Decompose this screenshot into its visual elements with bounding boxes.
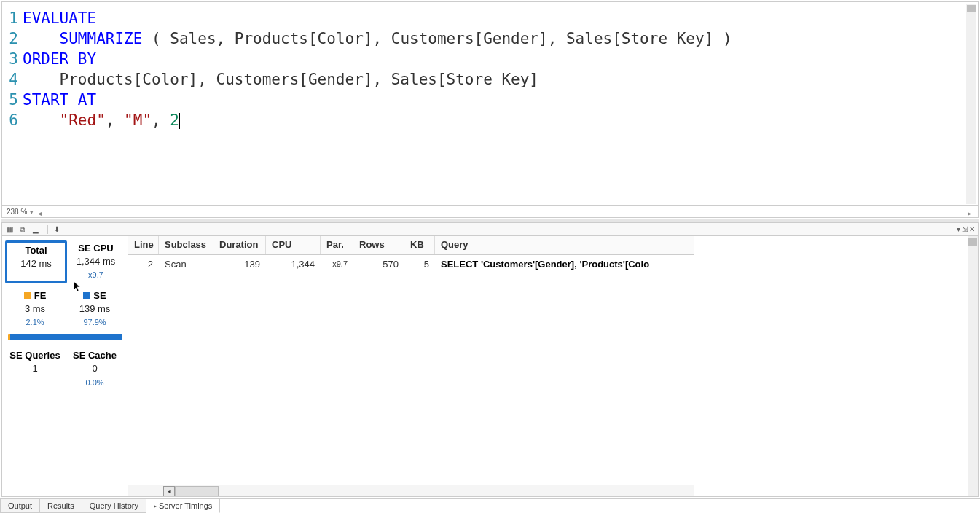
line-number: 2 [2, 28, 23, 49]
code-line[interactable]: 3ORDER BY [2, 49, 978, 69]
cell-kb: 5 [404, 257, 435, 271]
hscroll-left-icon[interactable]: ◂ [38, 209, 44, 215]
scroll-thumb[interactable] [968, 238, 977, 246]
fe-legend-icon [24, 292, 31, 299]
line-number: 4 [2, 69, 23, 90]
grid-hscrollbar[interactable]: ◂ ▸ [128, 485, 694, 496]
col-subclass[interactable]: Subclass [159, 236, 213, 254]
cell-line: 2 [128, 257, 159, 271]
stat-se-queries: SE Queries 1 [5, 348, 65, 391]
col-kb[interactable]: KB [404, 236, 435, 254]
stat-se-cpu: SE CPU 1,344 ms x9.7 [67, 240, 125, 283]
server-timings-pane: ▦ ⧉ ▁ ⬇ ▾ ⇲ ✕ Total 142 ms SE CPU 1,344 … [1, 222, 979, 497]
code-line[interactable]: 6 "Red", "M", 2 [2, 110, 978, 130]
col-cpu[interactable]: CPU [266, 236, 321, 254]
pin-icon[interactable]: ⇲ [962, 225, 968, 233]
code-content[interactable]: Products[Color], Customers[Gender], Sale… [23, 69, 538, 90]
cell-cpu: 1,344 [266, 257, 321, 271]
code-line[interactable]: 2 SUMMARIZE ( Sales, Products[Color], Cu… [2, 28, 978, 49]
code-content[interactable]: ORDER BY [23, 49, 96, 69]
fe-se-progress-bar [8, 334, 122, 340]
zoom-level[interactable]: 238 % [7, 208, 27, 216]
hscroll-right-icon[interactable]: ▸ [968, 209, 973, 215]
detail-vscrollbar[interactable] [968, 236, 978, 496]
code-line[interactable]: 1EVALUATE [2, 8, 978, 28]
timings-toolbar: ▦ ⧉ ▁ ⬇ ▾ ⇲ ✕ [2, 223, 978, 236]
code-content[interactable]: START AT [23, 90, 96, 110]
cell-q: SELECT 'Customers'[Gender], 'Products'[C… [435, 257, 694, 271]
cell-rows: 570 [353, 257, 404, 271]
tab-results[interactable]: Results [39, 499, 82, 513]
se-progress-fill [10, 334, 122, 340]
editor-vscrollbar[interactable] [966, 4, 976, 204]
toolbar-icon-2[interactable]: ⧉ [20, 225, 28, 234]
stat-se-cache: SE Cache 0 0.0% [65, 348, 125, 391]
close-panel-icon[interactable]: ✕ [969, 225, 975, 233]
cell-par: x9.7 [321, 258, 353, 270]
line-number: 1 [2, 8, 23, 28]
line-number: 6 [2, 110, 23, 130]
query-grid: Line Subclass Duration CPU Par. Rows KB … [128, 236, 694, 496]
code-editor[interactable]: 1EVALUATE2 SUMMARIZE ( Sales, Products[C… [2, 2, 978, 205]
bottom-tabs: Output Results Query History ▸ Server Ti… [0, 498, 980, 513]
toolbar-icon-1[interactable]: ▦ [7, 225, 15, 234]
code-content[interactable]: EVALUATE [23, 8, 96, 28]
timing-stats: Total 142 ms SE CPU 1,344 ms x9.7 FE 3 m… [2, 236, 128, 496]
hscroll-thumb[interactable] [175, 486, 219, 496]
line-number: 3 [2, 49, 23, 69]
stat-total: Total 142 ms [5, 240, 67, 283]
col-rows[interactable]: Rows [353, 236, 404, 254]
tab-query-history[interactable]: Query History [82, 499, 146, 513]
code-editor-pane: 1EVALUATE2 SUMMARIZE ( Sales, Products[C… [1, 1, 979, 218]
code-content[interactable]: SUMMARIZE ( Sales, Products[Color], Cust… [23, 28, 732, 49]
query-detail-pane [694, 236, 978, 496]
col-line[interactable]: Line [128, 236, 159, 254]
col-duration[interactable]: Duration [213, 236, 266, 254]
line-number: 5 [2, 90, 23, 110]
panel-menu-icon[interactable]: ▾ [957, 225, 960, 233]
tab-output[interactable]: Output [0, 499, 40, 513]
active-tab-icon: ▸ [154, 503, 157, 509]
col-query[interactable]: Query [435, 236, 694, 254]
editor-zoom-bar: 238 % ▾ ◂ ▸ [2, 205, 978, 217]
code-line[interactable]: 5START AT [2, 90, 978, 110]
cell-sub: Scan [159, 257, 213, 271]
download-icon[interactable]: ⬇ [54, 225, 63, 234]
se-legend-icon [83, 292, 90, 299]
cell-dur: 139 [213, 257, 266, 271]
toolbar-separator [47, 225, 48, 234]
scroll-thumb[interactable] [967, 5, 976, 12]
toolbar-icon-3[interactable]: ▁ [33, 225, 42, 234]
zoom-dropdown-icon[interactable]: ▾ [30, 208, 34, 216]
text-cursor [179, 113, 180, 129]
code-content[interactable]: "Red", "M", 2 [23, 110, 180, 130]
table-row[interactable]: 2Scan1391,344x9.75705SELECT 'Customers'[… [128, 255, 694, 273]
code-line[interactable]: 4 Products[Color], Customers[Gender], Sa… [2, 69, 978, 90]
stat-se: SE 139 ms 97.9% [65, 288, 125, 331]
hscroll-left-button[interactable]: ◂ [163, 486, 175, 496]
stat-fe: FE 3 ms 2.1% [5, 288, 65, 331]
grid-header: Line Subclass Duration CPU Par. Rows KB … [128, 236, 694, 255]
col-par[interactable]: Par. [321, 236, 353, 254]
tab-server-timings[interactable]: ▸ Server Timings [146, 499, 220, 513]
